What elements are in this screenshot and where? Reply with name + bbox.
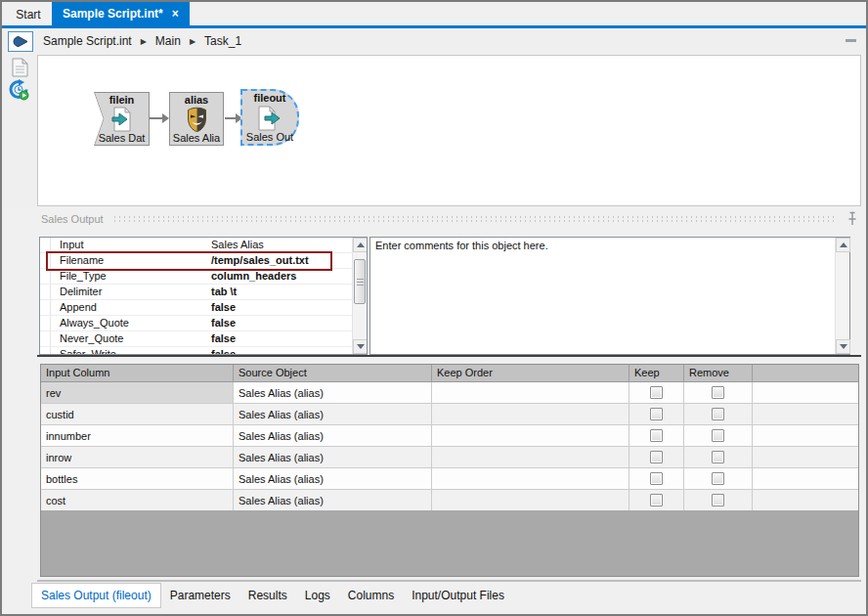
table-row-rev[interactable]: rev Sales Alias (alias) [41,382,858,404]
close-tab-icon[interactable]: × [172,7,179,21]
property-row-always-quote[interactable]: Always_Quote false [40,316,367,331]
keep-checkbox[interactable] [650,472,663,485]
cell-remove [684,447,753,467]
collapse-panel-button[interactable] [846,39,856,42]
property-name: Input [60,239,83,250]
property-row-file-type[interactable]: File_Type column_headers [40,269,367,285]
scroll-up-button[interactable] [836,238,850,252]
tab-start[interactable]: Start [5,3,52,25]
tab-sales-output-fileout[interactable]: Sales Output (fileout) [31,583,161,608]
cell-input-column[interactable]: innumber [41,425,234,446]
node-filein[interactable]: filein Sales Dat [94,92,150,146]
scroll-down-button[interactable] [353,339,368,354]
cell-remove [684,490,753,510]
cell-remove [684,382,753,403]
tab-parameters[interactable]: Parameters [161,584,239,607]
property-row-safer-write[interactable]: Safer_Write false [40,347,367,355]
cell-source-object[interactable]: Sales Alias (alias) [234,404,432,424]
properties-scrollbar[interactable] [352,238,367,354]
property-value[interactable]: /temp/sales_out.txt [211,254,309,266]
cell-keep-order[interactable] [432,382,629,403]
cell-source-object[interactable]: Sales Alias (alias) [234,425,432,446]
remove-checkbox[interactable] [712,494,724,506]
run-history-icon[interactable] [8,79,30,102]
property-value[interactable]: false [211,348,236,355]
breadcrumb-separator-icon: ▶ [190,37,195,46]
property-value[interactable]: tab \t [211,286,237,297]
property-row-never-quote[interactable]: Never_Quote false [40,331,367,347]
cell-input-column[interactable]: rev [41,382,234,403]
header-keep[interactable]: Keep [629,365,684,381]
property-value[interactable]: column_headers [211,270,296,282]
mask-icon [186,107,208,132]
cell-source-object[interactable]: Sales Alias (alias) [234,382,432,403]
cell-empty [753,425,858,446]
property-row-append[interactable]: Append false [40,300,367,316]
property-value[interactable]: Sales Alias [211,239,264,250]
cell-remove [684,425,753,446]
property-value[interactable]: false [211,301,236,313]
keep-checkbox[interactable] [650,408,663,420]
pin-icon[interactable] [846,211,858,227]
cell-source-object[interactable]: Sales Alias (alias) [234,490,432,510]
cell-source-object[interactable]: Sales Alias (alias) [234,468,432,489]
tab-input-output-files[interactable]: Input/Output Files [403,584,513,607]
connector-arrowhead-icon [162,113,169,123]
cell-keep [629,404,684,424]
table-row-custid[interactable]: custid Sales Alias (alias) [41,404,858,425]
cell-input-column[interactable]: bottles [41,468,234,489]
remove-checkbox[interactable] [712,451,724,463]
keep-checkbox[interactable] [650,429,663,442]
cell-keep-order[interactable] [432,468,629,489]
remove-checkbox[interactable] [712,386,724,399]
tab-sample-script[interactable]: Sample Script.int* × [52,2,190,25]
remove-checkbox[interactable] [712,472,724,485]
remove-checkbox[interactable] [712,408,724,420]
cell-source-object[interactable]: Sales Alias (alias) [234,447,432,467]
comments-scrollbar[interactable] [835,238,849,354]
table-row-innumber[interactable]: innumber Sales Alias (alias) [41,425,858,447]
input-columns-table: Input Column Source Object Keep Order Ke… [40,364,859,512]
property-name: Always_Quote [60,317,129,329]
property-value[interactable]: false [211,332,236,344]
cell-keep-order[interactable] [432,425,629,446]
header-input-column[interactable]: Input Column [41,365,234,381]
header-remove[interactable]: Remove [684,365,753,381]
cell-keep [629,447,684,467]
remove-checkbox[interactable] [712,429,724,442]
cell-input-column[interactable]: cost [41,490,234,510]
tab-columns[interactable]: Columns [339,584,403,607]
node-fileout-title: fileout [254,92,286,105]
script-document-icon[interactable] [12,58,28,77]
scrollbar-thumb[interactable] [354,259,366,304]
keep-checkbox[interactable] [650,494,663,506]
tab-results[interactable]: Results [239,584,296,607]
table-row-inrow[interactable]: inrow Sales Alias (alias) [41,447,858,468]
cell-keep-order[interactable] [432,404,629,424]
scroll-up-button[interactable] [353,238,368,252]
header-source-object[interactable]: Source Object [234,365,432,381]
cell-input-column[interactable]: custid [41,404,234,424]
cell-keep-order[interactable] [432,447,629,467]
breadcrumb-map[interactable]: Main [155,34,181,48]
cell-keep-order[interactable] [432,490,629,510]
property-row-delimiter[interactable]: Delimiter tab \t [40,285,367,300]
breadcrumb-task[interactable]: Task_1 [204,34,241,48]
scroll-down-button[interactable] [836,339,850,354]
property-row-filename[interactable]: Filename /temp/sales_out.txt [40,253,367,269]
node-alias[interactable]: alias Sale [169,92,224,146]
breadcrumb-script[interactable]: Sample Script.int [43,34,132,48]
table-row-cost[interactable]: cost Sales Alias (alias) [41,490,858,511]
tab-logs[interactable]: Logs [296,584,339,607]
header-keep-order[interactable]: Keep Order [432,365,629,381]
keep-checkbox[interactable] [650,451,663,463]
keep-checkbox[interactable] [650,386,663,399]
property-row-input[interactable]: Input Sales Alias [40,238,367,253]
node-fileout-selected[interactable]: fileout Sales Out [240,89,299,146]
bottom-tabbar-edge [37,580,861,582]
table-row-bottles[interactable]: bottles Sales Alias (alias) [41,468,858,490]
comments-textarea[interactable]: Enter comments for this object here. [370,238,835,354]
cell-input-column[interactable]: inrow [41,447,234,467]
map-view-button[interactable] [8,31,33,52]
property-value[interactable]: false [211,317,236,329]
